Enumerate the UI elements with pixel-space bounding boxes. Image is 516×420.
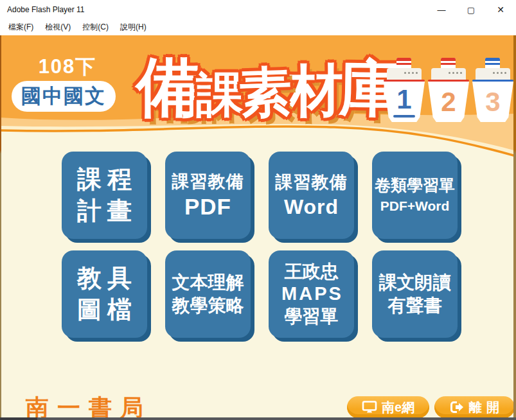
volume-tab-3[interactable]: 3 [472,58,513,122]
monitor-icon [362,401,377,414]
title-char: 課 [196,71,239,119]
boat-hull: 2 [428,82,469,122]
button-maps-worksheet[interactable]: 王政忠 MAPS 學習單 [269,250,354,338]
button-label: 教學策略 [172,294,244,317]
semester-label: 108下 [19,53,116,80]
button-workbook-pdf[interactable]: 課習教備 PDF [165,152,251,239]
maximize-button[interactable]: ▢ [456,0,486,19]
button-label: Word [284,194,339,220]
boat-hull: 3 [472,82,513,122]
boat-funnel-icon [441,58,456,69]
button-label: 圖檔 [71,294,138,326]
window-title: Adobe Flash Player 11 [0,5,85,14]
title-char: 備 [136,55,196,119]
button-exam-worksheets[interactable]: 卷類學習單 PDF+Word [372,152,458,239]
nan-e-web-button[interactable]: 南e網 [347,396,429,417]
nan-e-web-label: 南e網 [382,399,414,416]
boat-cabin-icon [387,68,422,80]
button-label: 教具 [71,263,138,294]
volume-tab-2[interactable]: 2 [428,58,469,122]
button-label: 王政忠 [285,260,339,283]
menu-file[interactable]: 檔案(F) [3,20,39,35]
boat-funnel-icon [396,58,411,69]
exit-label: 離 開 [469,399,501,416]
button-label: 課習教備 [172,170,244,193]
menu-bar: 檔案(F) 檢視(V) 控制(C) 說明(H) [0,19,516,35]
boat-stripe [384,80,425,82]
button-course-plan[interactable]: 課程 計畫 [62,152,147,239]
button-label: 文本理解 [172,271,244,294]
selected-underline [393,115,415,118]
boat-cabin-icon [476,68,510,80]
minimize-button[interactable]: — [427,0,456,19]
title-char: 材 [287,62,339,119]
menu-help[interactable]: 說明(H) [114,20,152,35]
menu-control[interactable]: 控制(C) [76,20,114,35]
boat-hull: 1 [384,82,425,122]
exit-button[interactable]: 離 開 [434,396,515,417]
left-edge-strip [0,35,1,417]
app-title: 備 課 素 材 庫 [136,40,395,119]
window-controls: — ▢ ✕ [427,0,515,19]
boat-stripe [428,80,469,82]
subject-badge: 國中國文 [12,81,116,112]
button-label: MAPS [280,283,343,304]
button-teaching-aid-images[interactable]: 教具 圖檔 [62,250,147,338]
button-label: 卷類學習單 [375,175,455,196]
menu-view[interactable]: 檢視(V) [39,20,76,35]
boat-stripe [472,80,513,82]
button-label: PDF [184,193,231,220]
button-text-comprehension[interactable]: 文本理解 教學策略 [165,250,251,338]
close-button[interactable]: ✕ [486,0,515,19]
bottom-window-edge [0,417,516,420]
button-label: 有聲書 [388,294,442,317]
button-label: 計畫 [71,195,138,227]
title-char: 素 [238,66,289,120]
right-edge-strip [513,35,516,417]
boat-funnel-icon [485,58,500,69]
volume-tab-1[interactable]: 1 [384,58,425,122]
button-label: 課程 [71,164,138,195]
title-bar: Adobe Flash Player 11 — ▢ ✕ [0,0,516,19]
volume-number: 3 [485,89,500,116]
taskbar-sliver [0,417,37,420]
button-label: 學習單 [285,305,339,328]
button-label: 課習教備 [276,171,348,194]
button-label: PDF+Word [380,196,450,216]
exit-arrow-icon [449,401,465,414]
boat-cabin-icon [431,68,466,80]
volume-number: 1 [396,86,411,113]
button-label: 課文朗讀 [379,271,451,294]
flash-player-window: Adobe Flash Player 11 — ▢ ✕ 檔案(F) 檢視(V) … [0,0,516,420]
button-workbook-word[interactable]: 課習教備 Word [269,152,354,239]
publisher-brand: 南一書局 [26,392,152,417]
volume-number: 2 [441,89,456,116]
button-audio-book[interactable]: 課文朗讀 有聲書 [372,250,458,338]
flash-stage: 108下 國中國文 備 課 素 材 庫 1 [0,35,516,417]
